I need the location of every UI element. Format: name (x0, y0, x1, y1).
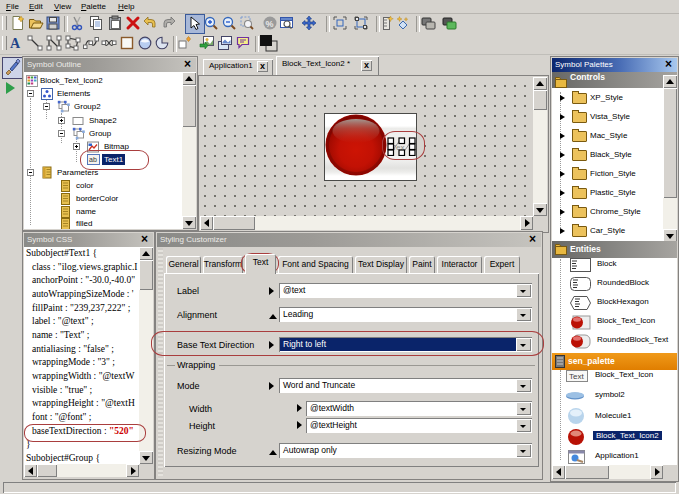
svg-text:%: % (266, 19, 274, 29)
svg-text:Text: Text (569, 372, 584, 381)
svg-text:A: A (10, 36, 21, 51)
